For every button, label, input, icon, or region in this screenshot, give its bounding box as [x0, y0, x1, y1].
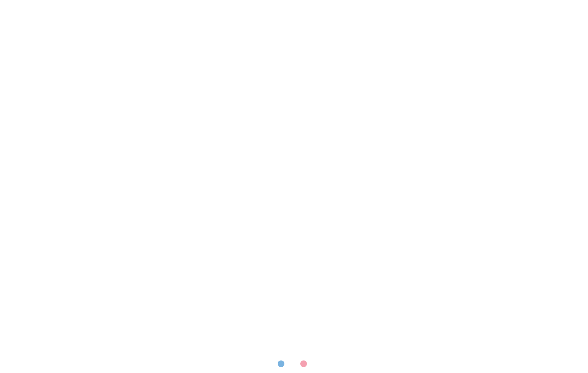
legend-item-finns — [278, 360, 288, 367]
chinese-dot — [300, 360, 307, 367]
chart-svg — [33, 25, 565, 340]
chart-container — [0, 0, 588, 373]
legend-item-chinese — [300, 360, 310, 367]
finns-dot — [278, 360, 284, 367]
bottom-legend — [278, 360, 310, 367]
